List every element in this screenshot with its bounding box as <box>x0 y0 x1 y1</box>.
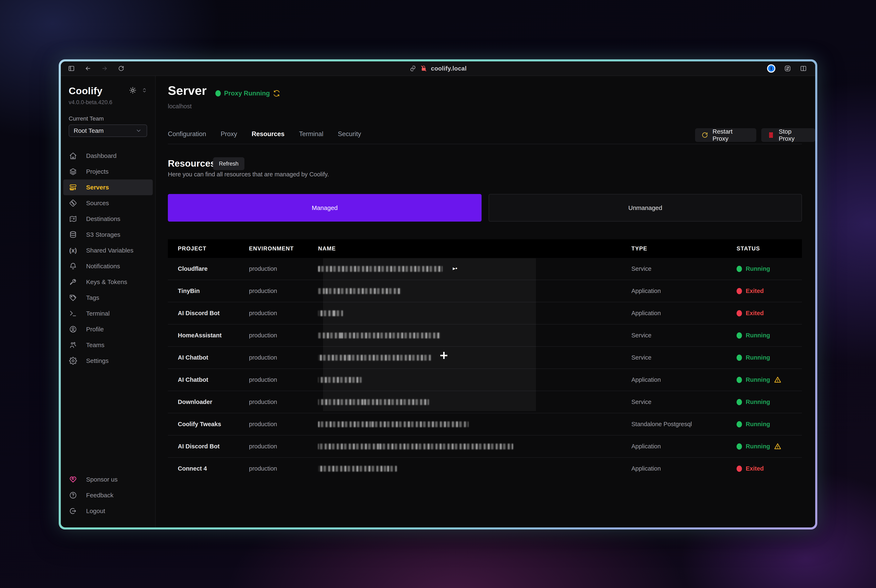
cell-project: AI Discord Bot <box>168 310 249 316</box>
browser-titlebar: coolify.local <box>61 62 815 76</box>
table-row[interactable]: AI ChatbotproductionServiceRunning <box>168 347 802 369</box>
sidebar-item-sources[interactable]: Sources <box>63 195 153 211</box>
cell-project: Coolify Tweaks <box>168 421 249 428</box>
redacted-name <box>318 422 468 427</box>
sidebar-item-label: Projects <box>86 168 108 175</box>
tag-icon <box>69 294 77 302</box>
table-row[interactable]: AI Discord BotproductionApplicationExite… <box>168 302 802 324</box>
chevron-down-icon <box>135 127 142 134</box>
sidebar-item-notifications[interactable]: Notifications <box>63 258 153 274</box>
tab-terminal[interactable]: Terminal <box>299 130 323 138</box>
status-label: Exited <box>746 310 764 316</box>
tab-security[interactable]: Security <box>338 130 361 138</box>
status-dot <box>736 466 742 472</box>
onepassword-icon[interactable] <box>767 64 776 73</box>
split-view-icon[interactable] <box>800 65 807 72</box>
team-select[interactable]: Root Team <box>69 124 147 137</box>
managed-toggle-button[interactable]: Managed <box>168 194 482 222</box>
sidebar-item-destinations[interactable]: Destinations <box>63 211 153 227</box>
action-button-label: Stop Proxy <box>779 128 809 142</box>
table-row[interactable]: DownloaderproductionServiceRunning <box>168 391 802 413</box>
status-dot <box>736 266 742 272</box>
git-source-icon <box>69 199 77 207</box>
sidebar-item-projects[interactable]: Projects <box>63 164 153 180</box>
tab-proxy[interactable]: Proxy <box>220 130 237 138</box>
restart-proxy-button[interactable]: Restart Proxy <box>695 128 756 142</box>
status-dot <box>736 399 742 405</box>
warning-icon <box>774 376 782 384</box>
status-dot <box>736 310 742 316</box>
cell-name <box>318 422 632 427</box>
sidebar-toggle-icon[interactable] <box>68 65 75 72</box>
table-row[interactable]: TinyBinproductionApplicationExited <box>168 280 802 302</box>
sidebar-item-dashboard[interactable]: Dashboard <box>63 148 153 164</box>
column-header-status: STATUS <box>736 246 802 252</box>
sun-icon[interactable] <box>129 87 136 94</box>
stop-proxy-button[interactable]: Stop Proxy <box>761 128 815 142</box>
status-dot <box>736 355 742 361</box>
address-bar[interactable]: coolify.local <box>410 62 466 75</box>
sidebar-item-label: Servers <box>86 184 109 191</box>
sidebar-item-settings[interactable]: Settings <box>63 353 153 369</box>
sidebar-item-label: Destinations <box>86 215 120 222</box>
status-dot <box>736 443 742 450</box>
sidebar-item-tags[interactable]: Tags <box>63 290 153 306</box>
sidebar-item-profile[interactable]: Profile <box>63 321 153 337</box>
cell-environment: production <box>249 376 318 383</box>
back-icon[interactable] <box>84 65 92 72</box>
cell-project: AI Chatbot <box>168 376 249 383</box>
cell-status: Running <box>736 399 802 405</box>
sliders-icon[interactable] <box>784 65 791 72</box>
cell-project: TinyBin <box>168 288 249 294</box>
cell-type: Standalone Postgresql <box>632 421 736 428</box>
tab-configuration[interactable]: Configuration <box>168 130 206 138</box>
table-header-row: PROJECTENVIRONMENTNAMETYPESTATUS <box>168 239 802 258</box>
url-text[interactable]: coolify.local <box>431 65 466 72</box>
cell-environment: production <box>249 266 318 272</box>
key-icon <box>69 278 77 286</box>
sidebar-item-terminal[interactable]: Terminal <box>63 306 153 321</box>
sidebar-item-sponsor-us[interactable]: Sponsor us <box>63 472 153 488</box>
cell-project: Cloudflare <box>168 266 249 272</box>
table-row[interactable]: HomeAssistantproductionServiceRunning <box>168 324 802 347</box>
sidebar-item-servers[interactable]: Servers <box>63 180 153 195</box>
proxy-actions: Restart ProxyStop Proxy <box>695 128 815 142</box>
sidebar-item-label: Teams <box>86 342 104 349</box>
cell-type: Service <box>632 266 736 272</box>
cell-type: Application <box>632 443 736 450</box>
column-header-type: TYPE <box>632 246 736 252</box>
cell-type: Service <box>632 354 736 361</box>
cell-project: Downloader <box>168 399 249 405</box>
tab-resources[interactable]: Resources <box>252 130 285 138</box>
table-row[interactable]: AI Discord BotproductionApplicationRunni… <box>168 435 802 458</box>
rotate-cw-icon <box>701 132 708 139</box>
sidebar-footer: Sponsor usFeedbackLogout <box>61 472 155 519</box>
forward-icon[interactable] <box>101 65 108 72</box>
chevrons-up-down-icon[interactable] <box>142 87 147 93</box>
sidebar-item-label: Tags <box>86 294 99 301</box>
sidebar-item-teams[interactable]: Teams <box>63 337 153 353</box>
cell-name <box>318 399 632 405</box>
sidebar-item-keys-tokens[interactable]: Keys & Tokens <box>63 274 153 290</box>
table-row[interactable]: Connect 4productionApplicationExited <box>168 458 802 480</box>
refresh-icon[interactable] <box>273 90 280 97</box>
refresh-button[interactable]: Refresh <box>213 157 244 170</box>
server-bolt-icon <box>69 183 77 191</box>
theme-switcher[interactable] <box>129 87 147 94</box>
reload-icon[interactable] <box>118 65 125 72</box>
table-row[interactable]: CloudflareproductionServiceRunning <box>168 258 802 280</box>
column-header-name: NAME <box>318 246 632 252</box>
sidebar-item-shared-variables[interactable]: (x)Shared Variables <box>63 243 153 258</box>
app-logo[interactable]: Coolify <box>69 85 102 96</box>
tab-divider <box>168 144 802 144</box>
status-dot <box>736 421 742 428</box>
sidebar-item-s3-storages[interactable]: S3 Storages <box>63 227 153 243</box>
table-row[interactable]: AI ChatbotproductionApplicationRunning <box>168 369 802 391</box>
sidebar-item-label: Feedback <box>86 492 114 499</box>
cell-status: Running <box>736 376 802 384</box>
sidebar-item-feedback[interactable]: Feedback <box>63 488 153 503</box>
unmanaged-toggle-button[interactable]: Unmanaged <box>489 194 802 222</box>
status-label: Exited <box>746 465 764 472</box>
sidebar-item-logout[interactable]: Logout <box>63 503 153 519</box>
table-row[interactable]: Coolify TweaksproductionStandalone Postg… <box>168 413 802 435</box>
